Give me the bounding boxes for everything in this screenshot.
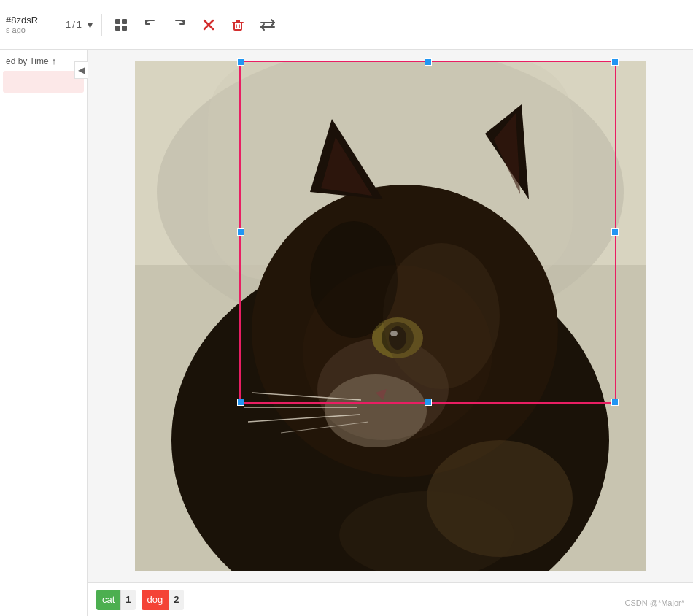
delete-button[interactable] xyxy=(225,13,251,36)
svg-rect-0 xyxy=(115,19,120,24)
grid-view-button[interactable] xyxy=(108,13,134,36)
undo-button[interactable] xyxy=(137,13,163,36)
grid-icon xyxy=(114,18,128,32)
sidebar: ◀ ed by Time ↑ xyxy=(0,50,88,616)
undo-icon xyxy=(143,18,158,32)
trash-icon xyxy=(231,18,245,32)
nav-separator: / xyxy=(72,19,75,30)
svg-rect-1 xyxy=(122,19,127,24)
time-ago: s ago xyxy=(6,26,57,34)
toolbar-divider-1 xyxy=(101,14,102,36)
tag-dog[interactable]: dog 2 xyxy=(142,590,184,610)
tag-cat[interactable]: cat 1 xyxy=(96,590,136,610)
svg-rect-6 xyxy=(234,23,241,30)
redo-icon xyxy=(172,18,187,32)
tag-dog-label: dog xyxy=(142,590,169,610)
svg-rect-3 xyxy=(122,26,127,31)
svg-point-24 xyxy=(325,374,427,447)
nav-current: 1 xyxy=(66,19,71,30)
watermark: CSDN @*Major* xyxy=(625,598,684,607)
sidebar-collapse-button[interactable]: ◀ xyxy=(74,61,88,79)
svg-point-34 xyxy=(310,221,398,338)
main-canvas xyxy=(88,50,693,582)
file-id: #8zdsR xyxy=(6,15,57,26)
svg-point-33 xyxy=(383,243,500,389)
tag-cat-label: cat xyxy=(96,590,120,610)
image-wrapper xyxy=(135,61,646,571)
sidebar-selected-item[interactable] xyxy=(3,71,84,93)
redo-button[interactable] xyxy=(166,13,193,36)
tag-dog-count: 2 xyxy=(169,590,183,610)
svg-rect-2 xyxy=(115,26,120,31)
close-button[interactable] xyxy=(195,13,222,36)
nav-dropdown-button[interactable]: ▾ xyxy=(85,18,96,32)
toolbar: #8zdsR s ago 1 / 1 ▾ xyxy=(0,0,693,50)
nav-total: 1 xyxy=(77,19,82,30)
nav-counter: 1 / 1 xyxy=(66,19,82,30)
tag-bar: cat 1 dog 2 CSDN @*Major* xyxy=(88,582,693,616)
transfer-button[interactable] xyxy=(254,13,282,36)
cat-image xyxy=(135,61,646,571)
transfer-icon xyxy=(260,18,276,32)
tag-cat-count: 1 xyxy=(120,590,135,610)
toolbar-file-info: #8zdsR s ago xyxy=(6,15,57,34)
sort-label-text: ed by Time xyxy=(6,56,49,66)
sort-direction-icon: ↑ xyxy=(52,55,57,66)
close-icon xyxy=(201,18,216,32)
